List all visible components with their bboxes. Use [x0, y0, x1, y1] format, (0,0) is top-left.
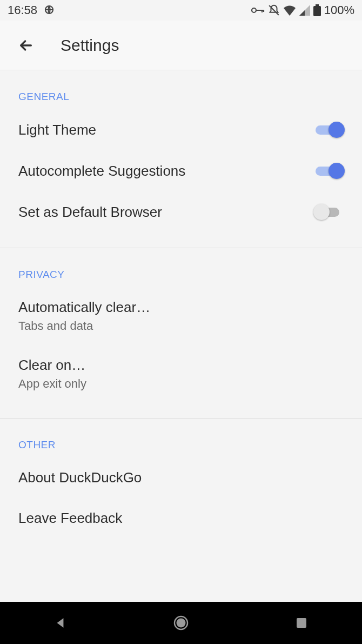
battery-icon: [313, 4, 321, 16]
clear-on-sub: App exit only: [18, 377, 86, 391]
auto-clear-sub: Tabs and data: [18, 319, 150, 333]
autocomplete-label: Autocomplete Suggestions: [18, 163, 185, 180]
settings-content: GENERAL Light Theme Autocomplete Suggest…: [0, 70, 362, 530]
globe-hand-icon: [43, 4, 56, 17]
auto-clear-label: Automatically clear…: [18, 299, 150, 316]
about-label: About DuckDuckGo: [18, 469, 142, 486]
row-auto-clear[interactable]: Automatically clear… Tabs and data: [0, 287, 362, 345]
battery-percent: 100%: [324, 3, 354, 17]
default-browser-switch[interactable]: [313, 203, 344, 221]
app-bar: Settings: [0, 21, 362, 70]
row-about[interactable]: About DuckDuckGo: [0, 457, 362, 498]
svg-point-1: [252, 8, 256, 12]
row-feedback[interactable]: Leave Feedback: [0, 498, 362, 530]
nav-back-button[interactable]: [50, 612, 71, 634]
section-header-privacy: PRIVACY: [0, 248, 362, 287]
vpn-key-icon: [251, 5, 265, 15]
row-autocomplete[interactable]: Autocomplete Suggestions: [0, 150, 362, 191]
svg-rect-2: [313, 6, 321, 16]
nav-home-button[interactable]: [170, 612, 192, 634]
svg-rect-3: [316, 4, 319, 6]
autocomplete-switch[interactable]: [313, 162, 344, 180]
nav-recent-button[interactable]: [291, 612, 312, 634]
row-light-theme[interactable]: Light Theme: [0, 109, 362, 150]
svg-rect-6: [297, 618, 306, 628]
light-theme-label: Light Theme: [18, 122, 96, 138]
back-button[interactable]: [15, 35, 37, 56]
status-time: 16:58: [8, 3, 37, 17]
section-header-general: GENERAL: [0, 70, 362, 109]
row-default-browser[interactable]: Set as Default Browser: [0, 191, 362, 233]
section-header-other: OTHER: [0, 419, 362, 457]
row-clear-on[interactable]: Clear on… App exit only: [0, 345, 362, 403]
feedback-label: Leave Feedback: [18, 510, 122, 527]
default-browser-label: Set as Default Browser: [18, 204, 162, 221]
wifi-icon: [283, 5, 296, 16]
nav-bar: [0, 602, 362, 644]
clear-on-label: Clear on…: [18, 357, 86, 374]
status-bar: 16:58 100%: [0, 0, 362, 21]
cell-signal-icon: [299, 5, 310, 16]
light-theme-switch[interactable]: [313, 121, 344, 138]
bell-off-icon: [268, 4, 280, 16]
page-title: Settings: [61, 36, 119, 55]
svg-point-5: [176, 619, 185, 628]
